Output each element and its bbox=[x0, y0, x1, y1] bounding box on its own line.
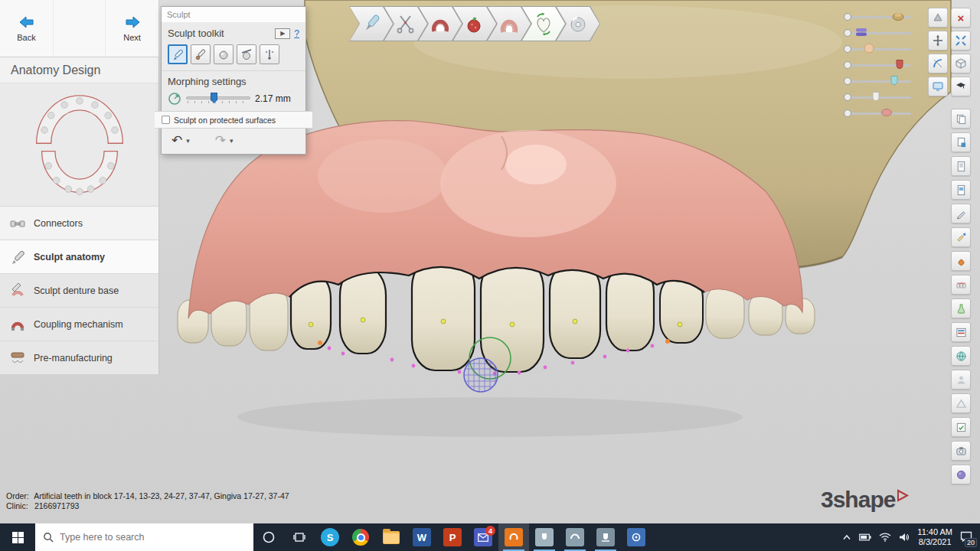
taskbar-search[interactable] bbox=[35, 523, 253, 551]
close-view-button[interactable]: × bbox=[951, 8, 971, 28]
document-button[interactable] bbox=[951, 156, 971, 176]
panel-divider bbox=[162, 70, 305, 71]
shade-tool-button[interactable] bbox=[951, 251, 971, 271]
copy-doc-icon bbox=[956, 113, 967, 125]
smooth-wax-tool-button[interactable] bbox=[214, 44, 234, 64]
taskbar-app-dental-tool-1[interactable] bbox=[529, 523, 560, 551]
screenshot-doc-button[interactable] bbox=[951, 180, 971, 200]
action-center-button[interactable]: 20 bbox=[960, 531, 975, 544]
help-link[interactable]: ? bbox=[294, 28, 299, 39]
taskbar-app-skype[interactable]: S bbox=[315, 523, 345, 551]
layer-slider-antagonist bbox=[842, 57, 916, 73]
side-tools-toolbar bbox=[951, 109, 971, 484]
measure-probe-tool-button[interactable] bbox=[260, 44, 279, 64]
brush-radius-icon[interactable] bbox=[168, 92, 181, 106]
anatomy-heart-icon bbox=[533, 12, 554, 35]
orbit-view-icon bbox=[932, 11, 944, 24]
camera-icon bbox=[956, 445, 967, 457]
display-settings-button[interactable] bbox=[928, 77, 948, 96]
denture-cap-icon[interactable] bbox=[892, 11, 904, 21]
protected-surfaces-checkbox[interactable] bbox=[162, 116, 170, 124]
workflow-step-manufacturing[interactable] bbox=[556, 6, 600, 41]
taskbar-app-dental-tool-2[interactable] bbox=[560, 523, 590, 551]
export-model-button[interactable] bbox=[951, 132, 971, 152]
taskbar-app-communicate[interactable] bbox=[621, 523, 652, 551]
taskbar-app-dental-system[interactable] bbox=[498, 523, 529, 551]
document-icon bbox=[956, 161, 967, 172]
tooth-red-icon[interactable] bbox=[893, 59, 906, 70]
annotate-button[interactable] bbox=[951, 227, 971, 247]
order-value: Artificial teeth in block 17-14, 13-23, … bbox=[34, 491, 289, 500]
taskbar-app-dental-tool-3[interactable] bbox=[590, 523, 621, 551]
layer-slider-teeth-set bbox=[842, 25, 916, 41]
clinic-label: Clinic: bbox=[6, 501, 32, 511]
pan-button[interactable] bbox=[928, 31, 948, 51]
measure-button[interactable] bbox=[928, 54, 948, 73]
undo-history-caret[interactable]: ▾ bbox=[186, 137, 193, 145]
view-cube-button[interactable] bbox=[951, 54, 971, 73]
morphing-slider[interactable] bbox=[186, 92, 250, 106]
occlusion-button[interactable] bbox=[951, 275, 971, 295]
snapshot-button[interactable] bbox=[951, 441, 971, 461]
taskbar-app-mail[interactable]: 4 bbox=[468, 523, 498, 551]
video-tutorial-button[interactable]: ▶ bbox=[275, 28, 290, 39]
render-sphere-button[interactable] bbox=[951, 465, 971, 484]
plane-cut-tool-button[interactable] bbox=[237, 44, 256, 64]
gingiva-pink-icon[interactable] bbox=[880, 107, 893, 118]
volume-icon[interactable] bbox=[899, 533, 910, 542]
sculpt-panel-body: Sculpt toolkit ▶ ? bbox=[162, 22, 305, 106]
smile-library-button[interactable] bbox=[951, 322, 971, 342]
taskbar-clock[interactable]: 11:40 AM 8/3/2021 bbox=[917, 527, 952, 547]
next-button[interactable]: Next bbox=[106, 0, 158, 57]
back-button[interactable]: Back bbox=[0, 0, 53, 57]
wifi-icon[interactable] bbox=[879, 533, 891, 542]
wax-knife-tool-button[interactable] bbox=[168, 44, 188, 64]
model-settings-button[interactable] bbox=[951, 346, 971, 366]
morphing-slider-track[interactable] bbox=[186, 96, 250, 99]
taskbar-app-powerpoint[interactable]: P bbox=[437, 523, 468, 551]
sidebar-item-connectors[interactable]: Connectors bbox=[0, 206, 158, 240]
zoom-fit-button[interactable] bbox=[951, 31, 971, 51]
undo-button[interactable]: ↶ bbox=[169, 134, 185, 148]
prism-view-button[interactable] bbox=[951, 393, 971, 413]
taskbar-app-word[interactable]: W bbox=[407, 523, 437, 551]
close-icon: × bbox=[958, 12, 965, 24]
cortana-button[interactable] bbox=[253, 523, 284, 551]
taskbar-app-chrome[interactable] bbox=[345, 523, 376, 551]
sculpt-panel-title[interactable]: Sculpt bbox=[162, 7, 305, 22]
copy-view-button[interactable] bbox=[951, 109, 971, 129]
taskbar-app-file-explorer[interactable] bbox=[376, 523, 407, 551]
orbit-view-button[interactable] bbox=[928, 8, 948, 28]
slider-track[interactable] bbox=[848, 48, 911, 51]
sculpt-tools-icon bbox=[361, 12, 382, 35]
redo-history-caret[interactable]: ▾ bbox=[230, 137, 237, 145]
start-button[interactable] bbox=[0, 523, 35, 551]
redo-button[interactable]: ↷ bbox=[213, 134, 228, 148]
sidebar-item-sculpt-denture-base[interactable]: Sculpt denture base bbox=[0, 273, 158, 307]
task-view-button[interactable] bbox=[284, 523, 315, 551]
pomegranate-icon bbox=[464, 12, 485, 35]
cortana-icon bbox=[262, 530, 276, 544]
morphing-controls: 2.17 mm bbox=[168, 92, 299, 106]
sidebar-item-coupling-mechanism[interactable]: Coupling mechanism bbox=[0, 307, 158, 341]
patient-avatar-button[interactable] bbox=[951, 370, 971, 390]
tray-overflow-chevron[interactable] bbox=[842, 534, 851, 540]
caliper-icon bbox=[932, 57, 944, 70]
materials-button[interactable] bbox=[951, 298, 971, 318]
protected-surfaces-label[interactable]: Sculpt on protected surfaces bbox=[174, 116, 276, 125]
sidebar-item-sculpt-anatomy[interactable]: Sculpt anatomy bbox=[0, 240, 158, 273]
tooth-white-icon[interactable] bbox=[870, 91, 882, 102]
manufacturing-disc-icon bbox=[567, 12, 589, 35]
slider-track[interactable] bbox=[848, 80, 911, 83]
morphing-slider-ticks bbox=[188, 101, 249, 103]
learn-button[interactable] bbox=[951, 77, 971, 96]
add-wax-tool-button[interactable] bbox=[191, 44, 211, 64]
sculpt-cursor-button[interactable] bbox=[951, 204, 971, 223]
teeth-purple-icon[interactable] bbox=[855, 27, 867, 37]
face-scan-icon[interactable] bbox=[863, 43, 875, 54]
sidebar-item-pre-manufacturing[interactable]: Pre-manufacturing bbox=[0, 341, 158, 374]
search-input[interactable] bbox=[60, 532, 228, 543]
tooth-cyan-icon[interactable] bbox=[888, 75, 900, 86]
validate-button[interactable] bbox=[951, 417, 971, 437]
battery-icon[interactable] bbox=[859, 533, 871, 541]
